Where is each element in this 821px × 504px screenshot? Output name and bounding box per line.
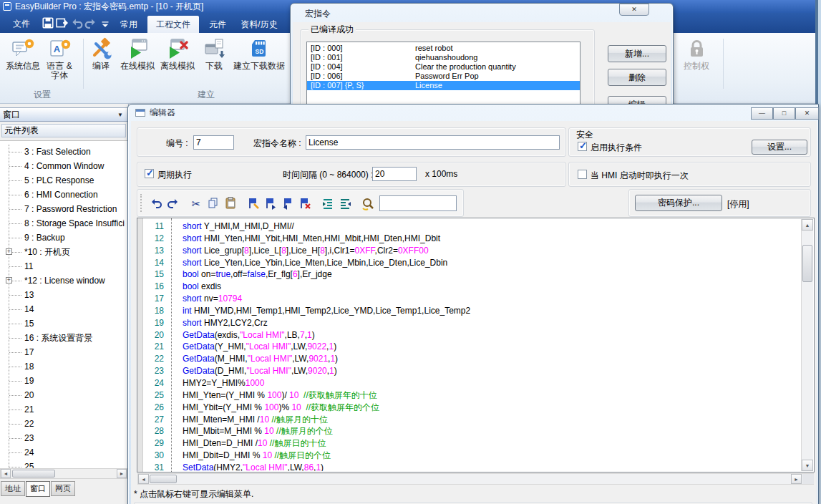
macro-id-input[interactable] bbox=[193, 135, 234, 150]
scrollbar-thumb[interactable] bbox=[150, 475, 177, 483]
tree-item[interactable]: 6 : HMI Connection bbox=[0, 188, 127, 202]
maximize-icon[interactable]: □ bbox=[773, 107, 795, 120]
chevron-down-icon[interactable]: ▼ bbox=[117, 109, 123, 122]
code-vertical-scrollbar[interactable]: ▲ ▼ bbox=[801, 219, 813, 471]
periodic-checkbox[interactable] bbox=[145, 169, 154, 178]
tree-item[interactable]: 7 : Password Restriction bbox=[0, 202, 127, 216]
menu-tab-2[interactable]: 工程文件 bbox=[147, 16, 199, 33]
sidebar-tab-1[interactable]: 地址 bbox=[1, 481, 25, 496]
ribbon-button-online-sim[interactable]: 在线模拟 bbox=[117, 34, 157, 72]
scrollbar-thumb[interactable] bbox=[802, 245, 812, 282]
find-replace-icon[interactable] bbox=[361, 196, 375, 210]
cut-icon[interactable]: ✂ bbox=[189, 196, 203, 210]
tree-item[interactable]: 21 bbox=[0, 402, 127, 417]
search-input[interactable] bbox=[379, 195, 457, 211]
redo-icon[interactable] bbox=[84, 16, 97, 29]
tree-item[interactable]: 18 bbox=[0, 359, 127, 374]
more-dropdown-icon[interactable] bbox=[99, 16, 112, 29]
bookmark-next-icon[interactable] bbox=[263, 196, 278, 210]
tree-item[interactable]: 22 bbox=[0, 417, 127, 431]
tree-item[interactable]: +*10 : 开机页 bbox=[0, 245, 127, 259]
tree-item[interactable]: 19 bbox=[0, 374, 127, 388]
interval-input[interactable] bbox=[372, 167, 417, 181]
startup-checkbox[interactable] bbox=[578, 170, 587, 179]
object-list-header[interactable]: 元件列表 bbox=[1, 124, 126, 137]
code-horizontal-scrollbar[interactable]: ◄ ► bbox=[137, 473, 814, 485]
panel-header[interactable]: 窗口 ▼ bbox=[0, 107, 127, 122]
ribbon-button-sd-card[interactable]: SD建立下载数据 bbox=[230, 34, 288, 72]
copy-icon[interactable] bbox=[206, 196, 220, 210]
save-icon[interactable] bbox=[42, 16, 54, 29]
minimize-icon[interactable]: — bbox=[751, 107, 773, 120]
tree-item[interactable]: 4 : Common Window bbox=[0, 159, 127, 173]
ribbon-button-download[interactable]: 下载 bbox=[198, 34, 230, 72]
scroll-up-icon[interactable]: ▲ bbox=[802, 219, 813, 231]
macro-dialog-titlebar[interactable]: 宏指令 ✕ bbox=[291, 4, 673, 21]
scrollbar-thumb[interactable] bbox=[12, 470, 55, 478]
outdent-icon[interactable] bbox=[338, 196, 352, 210]
tree-item[interactable]: 25 bbox=[0, 460, 127, 468]
file-menu-button[interactable]: 文件 bbox=[7, 16, 36, 32]
close-icon[interactable]: ✕ bbox=[619, 4, 649, 16]
redo-icon[interactable] bbox=[166, 196, 180, 210]
add-macro-button[interactable]: 新增... bbox=[608, 45, 666, 62]
tree-item[interactable]: 20 bbox=[0, 388, 127, 402]
tree-item[interactable]: 16 : 系统设置背景 bbox=[0, 331, 127, 345]
startup-groupbox: 当 HMI 启动时即执行一次 bbox=[568, 162, 811, 187]
macro-list-row[interactable]: [ID : 000]reset robot bbox=[307, 44, 580, 53]
toolbar-grip[interactable] bbox=[140, 194, 142, 212]
tree-item[interactable]: +*12 : License window bbox=[0, 273, 127, 288]
paste-icon[interactable] bbox=[223, 196, 238, 210]
close-icon[interactable]: ✕ bbox=[795, 107, 819, 120]
tree-item[interactable]: 13 bbox=[0, 288, 127, 302]
export-icon[interactable] bbox=[56, 16, 69, 29]
scroll-left-icon[interactable]: ◄ bbox=[1, 469, 11, 478]
bookmark-clear-icon[interactable] bbox=[298, 196, 312, 210]
tree-item-label: 8 : Storage Space Insuffici bbox=[24, 218, 125, 228]
editor-titlebar[interactable]: 编辑器 — □ ✕ bbox=[128, 105, 818, 121]
tree-item[interactable]: 24 bbox=[0, 445, 127, 460]
exec-condition-checkbox[interactable] bbox=[578, 142, 587, 151]
code-line: 24HMY2=Y_HMI%1000 bbox=[144, 377, 801, 389]
ribbon-button-compile[interactable]: 编译 bbox=[84, 34, 117, 72]
menu-tab-1[interactable]: 常用 bbox=[113, 16, 145, 33]
sidebar-tab-2[interactable]: 窗口 bbox=[26, 481, 50, 497]
macro-list-row[interactable]: [ID : 001]qiehuanshoudong bbox=[307, 53, 580, 62]
tree-item[interactable]: 11 bbox=[0, 259, 127, 273]
macro-list-row[interactable]: [ID : 007] {P, S}License bbox=[307, 81, 580, 90]
scroll-left-icon[interactable]: ◄ bbox=[138, 474, 149, 484]
scroll-right-icon[interactable]: ► bbox=[791, 474, 802, 484]
tree-item[interactable]: 9 : Backup bbox=[0, 231, 127, 245]
expand-icon[interactable]: + bbox=[6, 277, 12, 284]
password-protect-button[interactable]: 密码保护... bbox=[635, 195, 722, 211]
ribbon-button-language-font[interactable]: A语言 & 字体 bbox=[43, 34, 76, 82]
sidebar-tab-3[interactable]: 网页 bbox=[51, 481, 75, 496]
menu-tab-4[interactable]: 资料/历史 bbox=[236, 16, 282, 33]
sidebar-horizontal-scrollbar[interactable]: ◄ ► bbox=[0, 468, 127, 479]
expand-icon[interactable]: + bbox=[6, 248, 12, 255]
ribbon-button-offline-sim[interactable]: 离线模拟 bbox=[157, 34, 198, 72]
code-editor[interactable]: 11short Y_HMI,M_HMI,D_HMI//12short HMI_Y… bbox=[137, 218, 815, 472]
scroll-right-icon[interactable]: ► bbox=[117, 469, 127, 478]
ribbon-button-system-info[interactable]: 系统信息 bbox=[3, 34, 43, 72]
delete-macro-button[interactable]: 删除 bbox=[608, 69, 666, 86]
scroll-down-icon[interactable]: ▼ bbox=[802, 460, 813, 471]
menu-tab-3[interactable]: 元件 bbox=[202, 16, 233, 33]
indent-icon[interactable] bbox=[321, 196, 335, 210]
tree-item[interactable]: 15 bbox=[0, 316, 127, 331]
bookmark-prev-icon[interactable] bbox=[281, 196, 295, 210]
macro-list-row[interactable]: [ID : 006]Password Err Pop bbox=[307, 72, 580, 81]
tree-item-label: 17 bbox=[24, 347, 34, 357]
tree-item[interactable]: 3 : Fast Selection bbox=[0, 145, 127, 159]
macro-list-row[interactable]: [ID : 004]Clear the production quantity bbox=[307, 62, 580, 72]
undo-icon[interactable] bbox=[149, 196, 163, 210]
undo-icon[interactable] bbox=[70, 16, 83, 29]
tree-item[interactable]: 5 : PLC Response bbox=[0, 173, 127, 188]
tree-item[interactable]: 23 bbox=[0, 431, 127, 445]
settings-button[interactable]: 设置... bbox=[752, 140, 807, 155]
tree-item[interactable]: 8 : Storage Space Insuffici bbox=[0, 216, 127, 231]
tree-item[interactable]: 14 bbox=[0, 302, 127, 316]
tree-item[interactable]: 17 bbox=[0, 345, 127, 359]
macro-name-input[interactable] bbox=[306, 135, 560, 150]
bookmark-edit-icon[interactable] bbox=[246, 196, 261, 210]
